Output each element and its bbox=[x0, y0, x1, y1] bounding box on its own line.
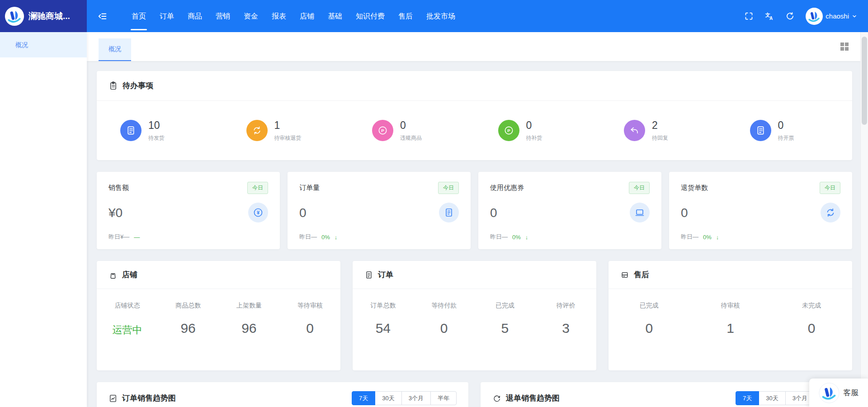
shop-bag-icon bbox=[108, 270, 118, 279]
summary-title: 订单 bbox=[378, 270, 393, 280]
summary-col: 店铺状态 运营中 bbox=[97, 302, 158, 337]
period-30d-button[interactable]: 30天 bbox=[759, 391, 785, 405]
todo-item-pending-shipment[interactable]: 10 待发货 bbox=[97, 101, 223, 160]
username: chaoshi bbox=[826, 12, 849, 20]
refund-trend-icon bbox=[492, 394, 501, 403]
todo-label: 待回复 bbox=[652, 134, 668, 142]
order-sales-trend-card: 订单销售趋势图 7天 30天 3个月 半年 bbox=[97, 382, 468, 407]
stats-row: 销售额 今日 ¥0 ¥ 昨日¥— — bbox=[97, 172, 852, 249]
trend-arrow: ↓ bbox=[716, 234, 719, 241]
today-badge: 今日 bbox=[247, 182, 268, 194]
todo-value: 2 bbox=[652, 119, 668, 132]
svg-text:P: P bbox=[507, 128, 510, 133]
tab-options-grid-icon[interactable] bbox=[840, 43, 849, 51]
menu-item-home[interactable]: 首页 bbox=[125, 0, 153, 32]
sidebar-item-overview[interactable]: 概况 bbox=[0, 32, 87, 57]
summary-col: 等待付款 0 bbox=[414, 302, 475, 336]
todo-value: 0 bbox=[778, 119, 794, 132]
top-navbar: 澜驰商城... 首页 订单 商品 营销 资金 报表 店铺 基础 知识付费 售后 … bbox=[0, 0, 868, 32]
summary-col: 未完成 0 bbox=[771, 302, 852, 336]
stat-title: 退货单数 bbox=[681, 184, 708, 192]
logo-area[interactable]: 澜驰商城... bbox=[0, 0, 87, 32]
brand-logo-icon bbox=[5, 6, 24, 26]
todo-value: 10 bbox=[148, 119, 165, 132]
period-6m-button[interactable]: 半年 bbox=[430, 391, 457, 405]
period-7d-button[interactable]: 7天 bbox=[352, 391, 375, 405]
stat-footer: 昨日— 0% ↓ bbox=[681, 233, 719, 241]
menu-item-marketing[interactable]: 营销 bbox=[209, 0, 237, 32]
scrollbar-thumb[interactable] bbox=[862, 37, 867, 125]
main-area: 概况 待办事项 bbox=[87, 32, 860, 407]
menu-item-orders[interactable]: 订单 bbox=[153, 0, 181, 32]
period-3m-button[interactable]: 3个月 bbox=[401, 391, 431, 405]
stat-value: 0 bbox=[490, 206, 650, 220]
today-badge: 今日 bbox=[438, 182, 459, 194]
menu-item-knowledge-pay[interactable]: 知识付费 bbox=[349, 0, 392, 32]
summary-col: 商品总数 96 bbox=[158, 302, 219, 337]
todo-items: 10 待发货 1 待审核退货 bbox=[97, 101, 852, 160]
menu-item-reports[interactable]: 报表 bbox=[265, 0, 293, 32]
menu-item-products[interactable]: 商品 bbox=[181, 0, 209, 32]
todo-item-pending-invoice[interactable]: 0 待开票 bbox=[726, 101, 853, 160]
main-menu: 首页 订单 商品 营销 资金 报表 店铺 基础 知识付费 售后 批发市场 bbox=[125, 0, 462, 32]
menu-item-wholesale-market[interactable]: 批发市场 bbox=[420, 0, 462, 32]
period-7d-button[interactable]: 7天 bbox=[736, 391, 759, 405]
todo-label: 待补货 bbox=[526, 134, 542, 142]
summary-col: 订单总数 54 bbox=[353, 302, 414, 336]
summary-col: 待评价 3 bbox=[535, 302, 596, 336]
todo-item-pending-reply[interactable]: 2 待回复 bbox=[600, 101, 726, 160]
todo-item-violation-products[interactable]: P 0 违规商品 bbox=[349, 101, 475, 160]
todo-label: 待审核退货 bbox=[274, 134, 302, 142]
todo-label: 违规商品 bbox=[400, 134, 422, 142]
period-30d-button[interactable]: 30天 bbox=[375, 391, 401, 405]
stat-card-return-orders: 退货单数 今日 0 昨日— 0% ↓ bbox=[669, 172, 852, 249]
menu-item-shop[interactable]: 店铺 bbox=[293, 0, 321, 32]
shop-summary-card: 店铺 店铺状态 运营中 商品总数 96 上架数量 96 bbox=[97, 261, 340, 370]
translate-icon[interactable]: 文 A bbox=[764, 11, 774, 21]
refresh-icon bbox=[246, 120, 268, 141]
customer-service-widget[interactable]: 客服 bbox=[809, 379, 868, 407]
charts-row: 订单销售趋势图 7天 30天 3个月 半年 退单 bbox=[97, 382, 852, 407]
avatar bbox=[806, 8, 823, 25]
tab-overview[interactable]: 概况 bbox=[99, 38, 131, 61]
order-list-icon bbox=[364, 270, 373, 279]
document-icon bbox=[120, 120, 142, 141]
trend-arrow: ↓ bbox=[335, 234, 338, 241]
todo-card: 待办事项 10 待发货 bbox=[97, 71, 852, 160]
yen-circle-icon: ¥ bbox=[248, 203, 268, 222]
stat-footer: 昨日— 0% ↓ bbox=[490, 233, 528, 241]
todo-label: 待开票 bbox=[778, 134, 794, 142]
summary-col: 等待审核 0 bbox=[279, 302, 340, 337]
p-circle-icon: P bbox=[498, 120, 519, 141]
todo-value: 0 bbox=[526, 119, 542, 132]
todo-card-title: 待办事项 bbox=[123, 80, 153, 91]
todo-value: 0 bbox=[400, 119, 422, 132]
stat-value: 0 bbox=[299, 206, 459, 220]
tab-bar: 概况 bbox=[87, 32, 860, 61]
coupon-laptop-icon bbox=[630, 203, 650, 222]
user-menu[interactable]: chaoshi bbox=[806, 8, 857, 25]
stat-card-order-volume: 订单量 今日 0 昨日— 0% ↓ bbox=[288, 172, 471, 249]
menu-item-basics[interactable]: 基础 bbox=[321, 0, 349, 32]
vertical-scrollbar bbox=[860, 32, 868, 407]
summary-title: 售后 bbox=[634, 270, 649, 280]
svg-text:¥: ¥ bbox=[257, 210, 260, 215]
brand-name: 澜驰商城... bbox=[28, 10, 86, 22]
fullscreen-icon[interactable] bbox=[744, 11, 754, 21]
clipboard-icon bbox=[108, 81, 118, 90]
todo-item-pending-restock[interactable]: P 0 待补货 bbox=[475, 101, 601, 160]
summary-col: 已完成 5 bbox=[475, 302, 536, 336]
chart-title: 订单销售趋势图 bbox=[122, 393, 176, 403]
refund-sales-trend-card: 退单销售趋势图 7天 30天 3个月 半年 bbox=[481, 382, 852, 407]
summary-col: 上架数量 96 bbox=[219, 302, 280, 337]
svg-text:P: P bbox=[381, 128, 384, 133]
menu-item-aftersale[interactable]: 售后 bbox=[392, 0, 420, 32]
trend-arrow: ↓ bbox=[525, 234, 528, 241]
todo-item-pending-return-review[interactable]: 1 待审核退货 bbox=[223, 101, 349, 160]
order-doc-icon bbox=[439, 203, 459, 222]
menu-item-funds[interactable]: 资金 bbox=[237, 0, 265, 32]
menu-fold-icon[interactable] bbox=[98, 11, 108, 21]
refresh-icon[interactable] bbox=[785, 11, 795, 21]
stat-value: ¥0 bbox=[108, 206, 268, 220]
page-content: 待办事项 10 待发货 bbox=[87, 61, 860, 407]
